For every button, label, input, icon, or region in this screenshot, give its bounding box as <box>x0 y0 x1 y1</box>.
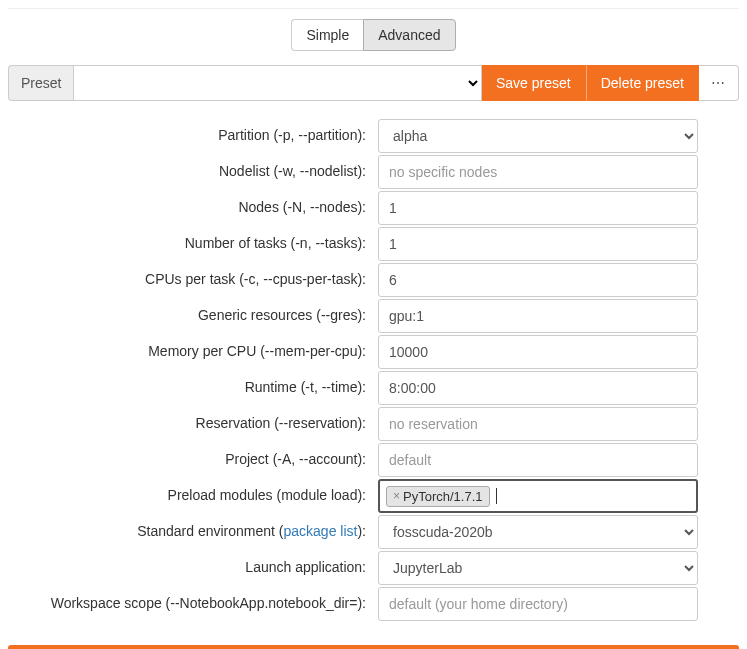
mode-tabs: Simple Advanced <box>8 19 739 51</box>
gres-input[interactable] <box>378 299 698 333</box>
gres-label: Generic resources (--gres): <box>8 306 378 326</box>
workspace-label: Workspace scope (--NotebookApp.notebook_… <box>8 594 378 614</box>
preset-bar: Preset Save preset Delete preset ⋯ <box>8 65 739 101</box>
preset-label: Preset <box>8 65 73 101</box>
package-list-link[interactable]: package list <box>284 523 358 539</box>
time-label: Runtime (-t, --time): <box>8 378 378 398</box>
modules-input[interactable]: × PyTorch/1.7.1 <box>378 479 698 513</box>
close-icon[interactable]: × <box>393 489 400 503</box>
tab-simple[interactable]: Simple <box>291 19 363 51</box>
nodelist-input[interactable] <box>378 155 698 189</box>
delete-preset-button[interactable]: Delete preset <box>586 65 699 101</box>
tab-advanced[interactable]: Advanced <box>363 19 455 51</box>
modules-label: Preload modules (module load): <box>8 486 378 506</box>
text-cursor <box>496 488 497 504</box>
tasks-label: Number of tasks (-n, --tasks): <box>8 234 378 254</box>
mem-label: Memory per CPU (--mem-per-cpu): <box>8 342 378 362</box>
module-tag-label: PyTorch/1.7.1 <box>403 489 483 504</box>
mem-input[interactable] <box>378 335 698 369</box>
nodes-label: Nodes (-N, --nodes): <box>8 198 378 218</box>
project-input[interactable] <box>378 443 698 477</box>
launch-label: Launch application: <box>8 558 378 578</box>
partition-label: Partition (-p, --partition): <box>8 126 378 146</box>
save-preset-button[interactable]: Save preset <box>482 65 586 101</box>
nodes-input[interactable] <box>378 191 698 225</box>
module-tag[interactable]: × PyTorch/1.7.1 <box>386 486 490 507</box>
spawn-button[interactable]: Spawn <box>8 645 739 649</box>
time-input[interactable] <box>378 371 698 405</box>
env-label: Standard environment (package list): <box>8 522 378 542</box>
partition-select[interactable]: alpha <box>378 119 698 153</box>
reservation-input[interactable] <box>378 407 698 441</box>
cpus-input[interactable] <box>378 263 698 297</box>
launch-select[interactable]: JupyterLab <box>378 551 698 585</box>
reservation-label: Reservation (--reservation): <box>8 414 378 434</box>
more-button[interactable]: ⋯ <box>699 65 739 101</box>
workspace-input[interactable] <box>378 587 698 621</box>
preset-select[interactable] <box>73 65 482 101</box>
nodelist-label: Nodelist (-w, --nodelist): <box>8 162 378 182</box>
env-select[interactable]: fosscuda-2020b <box>378 515 698 549</box>
project-label: Project (-A, --account): <box>8 450 378 470</box>
tasks-input[interactable] <box>378 227 698 261</box>
cpus-label: CPUs per task (-c, --cpus-per-task): <box>8 270 378 290</box>
